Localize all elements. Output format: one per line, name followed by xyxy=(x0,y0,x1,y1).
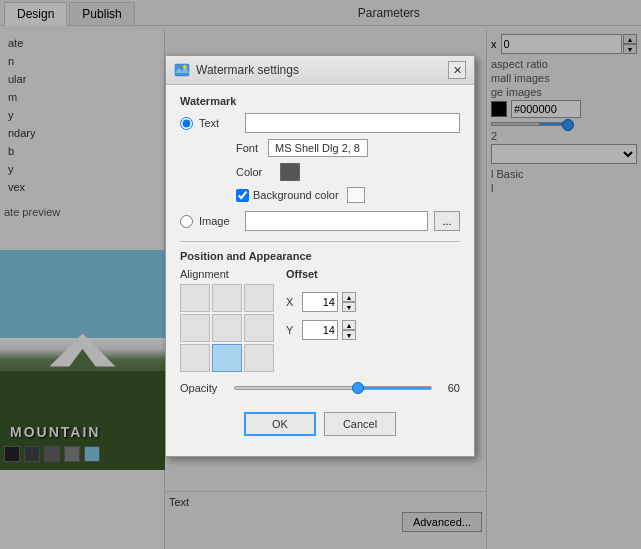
position-section-label: Position and Appearance xyxy=(180,250,460,262)
x-offset-input[interactable] xyxy=(302,292,338,312)
x-axis-label: X xyxy=(286,296,298,308)
align-cell-4[interactable] xyxy=(212,314,242,342)
align-cell-8[interactable] xyxy=(244,344,274,372)
font-value: MS Shell Dlg 2, 8 xyxy=(268,139,368,157)
bg-color-checkbox[interactable] xyxy=(236,189,249,202)
bg-color-row: Background color xyxy=(236,187,460,203)
opacity-row: Opacity 60 xyxy=(180,380,460,396)
opacity-label: Opacity xyxy=(180,382,226,394)
opacity-slider-track[interactable] xyxy=(234,386,432,390)
y-offset-down[interactable]: ▼ xyxy=(342,330,356,340)
watermark-section-label: Watermark xyxy=(180,95,460,107)
text-radio-row: Text xyxy=(180,113,460,133)
opacity-thumb[interactable] xyxy=(352,382,364,394)
dialog-titlebar: Watermark settings ✕ xyxy=(166,56,474,85)
text-radio-label: Text xyxy=(199,117,239,129)
bg-color-swatch[interactable] xyxy=(347,187,365,203)
y-offset-input[interactable] xyxy=(302,320,338,340)
text-value-input[interactable] xyxy=(245,113,460,133)
browse-button[interactable]: ... xyxy=(434,211,460,231)
align-cell-7[interactable] xyxy=(212,344,242,372)
y-offset-up[interactable]: ▲ xyxy=(342,320,356,330)
offset-section: Offset X ▲ ▼ Y ▲ ▼ xyxy=(286,268,356,340)
text-radio[interactable] xyxy=(180,117,193,130)
x-offset-down[interactable]: ▼ xyxy=(342,302,356,312)
alignment-grid xyxy=(180,284,274,372)
alignment-section: Alignment xyxy=(180,268,274,372)
x-offset-row: X ▲ ▼ xyxy=(286,292,356,312)
watermark-dialog: Watermark settings ✕ Watermark Text Font… xyxy=(165,55,475,457)
x-offset-spinner: ▲ ▼ xyxy=(342,292,356,312)
cancel-button[interactable]: Cancel xyxy=(324,412,396,436)
bg-color-label: Background color xyxy=(253,189,339,201)
dialog-close-button[interactable]: ✕ xyxy=(448,61,466,79)
align-cell-0[interactable] xyxy=(180,284,210,312)
position-row: Alignment Offset X xyxy=(180,268,460,372)
align-cell-1[interactable] xyxy=(212,284,242,312)
image-radio[interactable] xyxy=(180,215,193,228)
image-radio-row: Image ... xyxy=(180,211,460,231)
y-offset-row: Y ▲ ▼ xyxy=(286,320,356,340)
offset-label: Offset xyxy=(286,268,356,280)
dialog-icon xyxy=(174,62,190,78)
align-cell-2[interactable] xyxy=(244,284,274,312)
align-cell-3[interactable] xyxy=(180,314,210,342)
section-divider xyxy=(180,241,460,242)
x-offset-up[interactable]: ▲ xyxy=(342,292,356,302)
dialog-title-text: Watermark settings xyxy=(196,63,299,77)
y-offset-spinner: ▲ ▼ xyxy=(342,320,356,340)
image-radio-label: Image xyxy=(199,215,239,227)
dialog-title-left: Watermark settings xyxy=(174,62,299,78)
opacity-slider-container[interactable] xyxy=(234,380,432,396)
dialog-content: Watermark Text Font MS Shell Dlg 2, 8 Co… xyxy=(166,85,474,456)
y-axis-label: Y xyxy=(286,324,298,336)
font-label: Font xyxy=(236,142,268,154)
color-row-label: Color xyxy=(236,166,272,178)
align-cell-5[interactable] xyxy=(244,314,274,342)
alignment-label: Alignment xyxy=(180,268,274,280)
align-cell-6[interactable] xyxy=(180,344,210,372)
svg-point-2 xyxy=(183,65,187,69)
font-row: Font MS Shell Dlg 2, 8 xyxy=(236,139,460,157)
opacity-value: 60 xyxy=(440,382,460,394)
color-swatch[interactable] xyxy=(280,163,300,181)
image-path-input[interactable] xyxy=(245,211,428,231)
dialog-buttons: OK Cancel xyxy=(180,406,460,446)
color-row: Color xyxy=(236,163,460,181)
ok-button[interactable]: OK xyxy=(244,412,316,436)
